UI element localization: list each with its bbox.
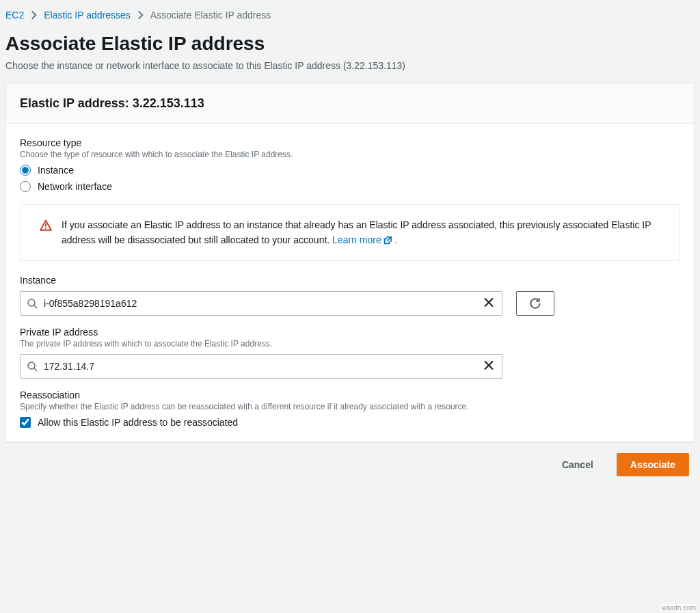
svg-point-2 bbox=[28, 299, 35, 306]
cancel-button[interactable]: Cancel bbox=[548, 453, 607, 476]
page-description: Choose the instance or network interface… bbox=[5, 60, 695, 71]
reassociation-help: Specify whether the Elastic IP address c… bbox=[20, 402, 680, 411]
svg-rect-0 bbox=[45, 223, 46, 227]
instance-clear-button[interactable] bbox=[481, 294, 497, 312]
instance-input[interactable] bbox=[20, 291, 502, 316]
radio-instance[interactable] bbox=[20, 165, 31, 176]
page-title: Associate Elastic IP address bbox=[5, 33, 695, 55]
associate-button[interactable]: Associate bbox=[617, 453, 689, 476]
svg-rect-1 bbox=[45, 228, 46, 229]
instance-group: Instance bbox=[20, 275, 680, 316]
warning-triangle-icon bbox=[40, 219, 52, 232]
reassociation-group: Reassociation Specify whether the Elasti… bbox=[20, 390, 680, 428]
private-ip-help: The private IP address with which to ass… bbox=[20, 339, 680, 349]
chevron-right-icon bbox=[137, 10, 144, 20]
private-ip-label: Private IP address bbox=[20, 327, 680, 338]
breadcrumb-link-eip[interactable]: Elastic IP addresses bbox=[44, 10, 131, 21]
radio-instance-label[interactable]: Instance bbox=[38, 165, 74, 176]
private-ip-clear-button[interactable] bbox=[481, 357, 497, 375]
breadcrumb: EC2 Elastic IP addresses Associate Elast… bbox=[5, 7, 695, 33]
breadcrumb-link-ec2[interactable]: EC2 bbox=[5, 10, 24, 21]
refresh-button[interactable] bbox=[516, 291, 554, 316]
resource-type-group: Resource type Choose the type of resourc… bbox=[20, 137, 680, 192]
footer-actions: Cancel Associate bbox=[5, 442, 695, 476]
learn-more-link[interactable]: Learn more bbox=[332, 232, 392, 247]
external-link-icon bbox=[383, 236, 392, 245]
warning-box: If you associate an Elastic IP address t… bbox=[20, 204, 680, 261]
search-icon bbox=[27, 298, 38, 309]
resource-type-help: Choose the type of resource with which t… bbox=[20, 150, 680, 159]
svg-point-3 bbox=[28, 362, 35, 369]
close-icon bbox=[483, 359, 494, 370]
reassociation-checkbox[interactable] bbox=[20, 417, 31, 428]
reassociation-checkbox-label[interactable]: Allow this Elastic IP address to be reas… bbox=[38, 417, 238, 428]
warning-text: If you associate an Elastic IP address t… bbox=[62, 217, 660, 248]
close-icon bbox=[483, 297, 494, 308]
resource-type-label: Resource type bbox=[20, 137, 680, 148]
search-icon bbox=[27, 361, 38, 372]
warning-trailing: . bbox=[395, 234, 398, 245]
refresh-icon bbox=[529, 297, 541, 310]
private-ip-group: Private IP address The private IP addres… bbox=[20, 327, 680, 379]
radio-network-interface[interactable] bbox=[20, 181, 31, 192]
reassociation-label: Reassociation bbox=[20, 390, 680, 400]
chevron-right-icon bbox=[31, 10, 37, 20]
breadcrumb-current: Associate Elastic IP address bbox=[150, 10, 271, 21]
associate-panel: Elastic IP address: 3.22.153.113 Resourc… bbox=[5, 83, 695, 442]
private-ip-input[interactable] bbox=[20, 354, 502, 379]
panel-header: Elastic IP address: 3.22.153.113 bbox=[6, 84, 694, 124]
learn-more-label: Learn more bbox=[332, 232, 381, 247]
panel-header-title: Elastic IP address: 3.22.153.113 bbox=[20, 96, 680, 111]
radio-network-interface-label[interactable]: Network interface bbox=[38, 181, 112, 192]
instance-label: Instance bbox=[20, 275, 680, 286]
